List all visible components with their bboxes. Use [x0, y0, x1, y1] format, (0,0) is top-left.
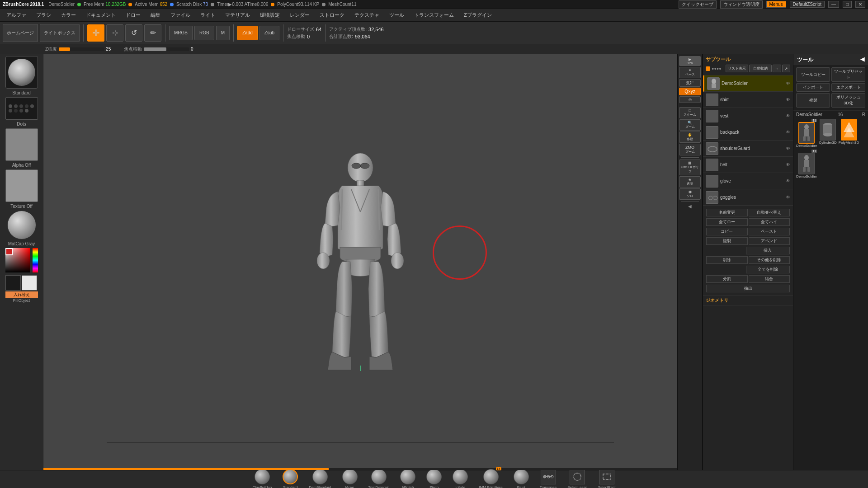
menu-alpha[interactable]: アルファ — [2, 10, 31, 20]
zsub-button[interactable]: Zsub — [259, 26, 279, 40]
maximize-button[interactable]: □ — [843, 1, 852, 8]
sculpt-button[interactable]: ◎ — [679, 96, 701, 103]
subdivide-button[interactable]: 分割 — [706, 275, 748, 283]
focal-shift-slider[interactable]: 焦点移動 0 — [124, 46, 202, 52]
combine-button[interactable]: 結合 — [749, 275, 790, 283]
scale-mode-button[interactable]: ⊹ — [106, 24, 123, 42]
brush-tool-pinch[interactable]: Pinch — [426, 469, 442, 488]
mesh-item-demosoldier-2[interactable]: 11 DemoSoldier — [796, 150, 817, 178]
auto-collapse-button[interactable]: 自動収納 — [749, 65, 772, 72]
move-mode-button[interactable]: ✛ — [87, 24, 104, 42]
subtool-item-vest[interactable]: vest 👁 — [703, 108, 793, 124]
edit-mode-button[interactable]: ✏ — [144, 24, 161, 42]
brush-tool-hpolish[interactable]: hPolish — [400, 469, 415, 488]
add-subtool-button[interactable]: → — [773, 65, 781, 72]
subtool-item-belt[interactable]: belt 👁 — [703, 157, 793, 173]
delete-button[interactable]: 削除 — [706, 256, 748, 264]
subtool-item-shoulderguard[interactable]: shoulderGuard 👁 — [703, 141, 793, 157]
brush-tool-standard[interactable]: Standard — [283, 469, 298, 488]
rotate-mode-button[interactable]: ↺ — [125, 24, 142, 42]
z-strength-track[interactable] — [59, 47, 104, 51]
m-button[interactable]: M — [216, 26, 230, 40]
rgb-button[interactable]: RGB — [194, 26, 214, 40]
menu-tool[interactable]: ツール — [385, 10, 409, 20]
default-zscript-button[interactable]: DefaultZScript — [790, 1, 825, 8]
menu-brush[interactable]: ブラシ — [32, 10, 56, 20]
insert-button[interactable]: 挿入 — [746, 247, 790, 254]
subtool-item-demosoldier[interactable]: DemoSoldier 👁 — [703, 75, 793, 92]
brush-tool-imm-primitives[interactable]: 14 IMM Primitives — [479, 469, 502, 488]
background-color-swatch[interactable] — [22, 275, 37, 291]
rename-button[interactable]: 名前変更 — [706, 209, 748, 216]
mesh-item-cylinder3d[interactable]: Cylinder3D — [819, 119, 837, 148]
menus-button[interactable]: Menus — [766, 1, 786, 8]
menu-edit[interactable]: 編集 — [146, 10, 165, 20]
grid-button[interactable]: ▦ Line Fill ポリフ — [679, 160, 701, 175]
vest-eye-icon[interactable]: 👁 — [786, 113, 790, 118]
brush-tool-inflate[interactable]: Inflate — [453, 469, 468, 488]
brush-tool-selectlasso[interactable]: SelectLasso — [567, 469, 587, 488]
export-button[interactable]: エクスポート — [831, 83, 865, 92]
menu-document[interactable]: ドキュメント — [81, 10, 120, 20]
zadd-button[interactable]: Zadd — [237, 26, 258, 40]
paste-button[interactable]: ペースト — [749, 228, 790, 235]
goggles-eye-icon[interactable]: 👁 — [786, 195, 790, 200]
list-display-button[interactable]: リスト表示 — [726, 65, 748, 72]
brush-tool-damstandard[interactable]: DamStandard — [309, 469, 331, 488]
color-gradient-box[interactable] — [5, 248, 38, 275]
subtool-item-shirt[interactable]: shirt 👁 — [703, 92, 793, 108]
brush-tool-selectrect[interactable]: SelectRect — [598, 469, 616, 488]
color-hue-bar[interactable] — [33, 248, 38, 272]
subtool-item-glove[interactable]: glove 👁 — [703, 173, 793, 189]
brush-preview[interactable] — [5, 56, 38, 89]
menu-stroke[interactable]: ストローク — [315, 10, 349, 20]
foreground-color-swatch[interactable] — [5, 275, 21, 291]
texture-preview[interactable] — [5, 169, 38, 202]
hand-button[interactable]: ✋ 移動 — [679, 131, 701, 143]
menu-material[interactable]: マテリアル — [221, 10, 255, 20]
brush-tool-trimdynamic[interactable]: TrimDynamic — [368, 469, 390, 488]
home-button[interactable]: ホームページ — [3, 24, 38, 42]
menu-transform[interactable]: トランスフォーム — [410, 10, 458, 20]
menu-draw[interactable]: ドロー — [121, 10, 145, 20]
bpr-button[interactable]: ▶ BPR — [679, 56, 701, 66]
shoulderguard-eye-icon[interactable]: 👁 — [786, 146, 790, 151]
clone-button[interactable]: 複製 — [796, 93, 830, 108]
frame-button[interactable]: □ スクーム — [679, 107, 701, 118]
subtool-item-backpack[interactable]: backpack 👁 — [703, 124, 793, 141]
menu-texture[interactable]: テクスチャ — [350, 10, 384, 20]
backpack-eye-icon[interactable]: 👁 — [786, 130, 790, 135]
brush-tool-paint[interactable]: Paint — [514, 469, 529, 488]
minimize-button[interactable]: — — [828, 1, 839, 8]
menu-color[interactable]: カラー — [57, 10, 80, 20]
delete-all-button[interactable]: 全てを削除 — [746, 266, 790, 273]
belt-eye-icon[interactable]: 👁 — [786, 162, 790, 167]
window-transparency-button[interactable]: ウィンドウ透明度 — [720, 0, 763, 9]
solo-button[interactable]: ◉ ソロ — [679, 188, 701, 200]
append-button[interactable]: アペンド — [749, 237, 790, 245]
matcap-preview[interactable] — [7, 211, 36, 239]
mrgb-button[interactable]: MRGB — [169, 26, 193, 40]
mesh-item-demosoldier-selected[interactable]: 11 DemoSoldier — [796, 119, 817, 148]
collapse-arrow[interactable]: ◀ — [688, 204, 692, 209]
delete-other-button[interactable]: その他を削除 — [749, 256, 790, 264]
remove-subtool-button[interactable]: ↗ — [782, 65, 791, 72]
tools-expand-icon[interactable]: ◀ — [860, 56, 864, 64]
shirt-eye-icon[interactable]: 👁 — [786, 97, 790, 102]
stroke-preview[interactable] — [5, 97, 38, 120]
zoom-button[interactable]: 🔍 ズーム — [679, 119, 701, 131]
alpha-preview[interactable] — [5, 128, 38, 161]
menu-zplugin[interactable]: Zプラグイン — [459, 10, 496, 20]
z-strength-slider[interactable]: Z強度 25 — [45, 46, 117, 52]
copy-button[interactable]: コピー — [706, 228, 748, 235]
quick-save-button[interactable]: クイックセーブ — [679, 0, 717, 9]
base-button[interactable]: ≡ ベース — [679, 67, 701, 78]
zmo-button[interactable]: ZMO ズーム — [679, 144, 701, 155]
brush-tool-move[interactable]: Move — [342, 469, 358, 488]
menu-preferences[interactable]: 環境設定 — [255, 10, 284, 20]
subtool-eye-icon[interactable]: 👁 — [786, 81, 790, 86]
close-button[interactable]: ✕ — [855, 1, 865, 8]
brush-tool-transpose[interactable]: Transpose — [540, 469, 557, 488]
mesh-refresh-icon[interactable]: R — [862, 112, 865, 117]
brush-tool-claybuildup[interactable]: ClayBuildup — [252, 469, 272, 488]
